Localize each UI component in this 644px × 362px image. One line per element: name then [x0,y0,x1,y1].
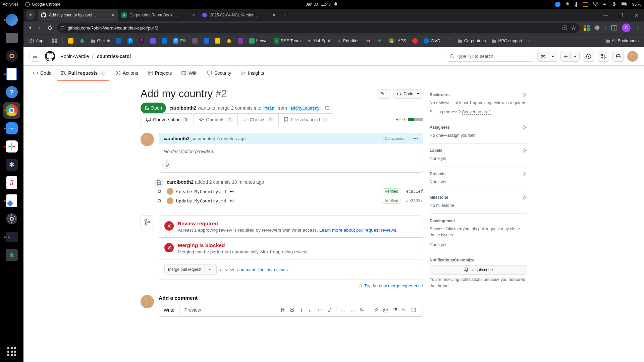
verified-badge[interactable]: Verified [382,198,401,204]
bm-apps[interactable]: Apps [27,37,48,45]
thermo-icon[interactable] [575,2,578,7]
assignees-gear-icon[interactable] [522,125,527,130]
tab-search-button[interactable] [25,10,36,20]
write-tab[interactable]: Write [159,304,179,316]
comment-author[interactable]: carolbooth2 [164,136,190,141]
dock-app1[interactable]: ✱ [3,156,20,173]
event-author[interactable]: carolbooth2 [167,179,194,185]
bm-slack[interactable]: * [137,37,146,45]
verified-badge[interactable]: Verified [382,188,401,194]
try-new-merge-link[interactable]: Try the new merge experience [364,283,423,288]
chrome-menu-icon[interactable] [635,25,641,31]
mic-icon[interactable] [612,2,616,7]
bm-flag[interactable]: 🇬🇧 [364,37,373,45]
edit-title-button[interactable]: Edit [377,89,391,99]
italic-tool[interactable]: I [297,306,306,314]
bm-laps[interactable]: LAPS [386,37,408,45]
bm-drive[interactable] [77,37,87,45]
bm-item20[interactable] [410,37,420,45]
bm-gear[interactable]: ⚙ [375,37,384,45]
volume-icon[interactable] [603,2,607,7]
bm-item14[interactable] [236,37,245,45]
dock-help[interactable]: ? [3,84,20,101]
tab-commits[interactable]: Commits2 [194,113,238,126]
tab-files[interactable]: Files changed1 [279,113,333,126]
window-maximize[interactable]: ❐ [613,9,629,21]
head-branch[interactable]: addMyCountry [288,106,322,111]
install-app-icon[interactable] [562,25,568,31]
projects-gear-icon[interactable] [522,172,527,176]
bm-rse[interactable]: SRSE Team [272,37,303,45]
attach-tool[interactable] [372,306,380,314]
labels-gear-icon[interactable] [522,148,527,153]
commit-sha[interactable]: eca31ef [406,189,423,194]
bm-hubspot[interactable]: ✱HubSpot [305,37,332,45]
bm-item12[interactable] [213,37,222,45]
commit-sha[interactable]: ae2435c [406,198,423,203]
tab-code[interactable]: Code [30,66,55,81]
forward-button[interactable] [37,25,43,31]
site-info-icon[interactable] [60,25,65,30]
tab-2[interactable]: X Carpentries Room Booki… ✕ [118,9,199,21]
sidepanel-icon[interactable] [611,25,617,31]
bm-item7[interactable] [148,37,158,45]
dock-chrome[interactable] [3,102,20,119]
dock-trash[interactable] [3,247,20,263]
commit-message[interactable]: Update MyCountry.md [176,198,226,203]
bm-wvd[interactable]: WVD [422,37,442,45]
dock-terminal[interactable]: >_ [3,229,20,245]
review-learn-more-link[interactable]: Learn more about pull request reviews. [319,228,397,233]
bm-github[interactable]: GitHub [89,37,112,45]
repo-name-link[interactable]: countries-carol [97,54,131,59]
pr-author[interactable]: carolbooth2 [169,105,196,111]
bm-overflow[interactable]: » [526,37,533,45]
gh-menu-button[interactable] [30,51,40,62]
window-close[interactable]: ✕ [629,9,644,21]
tab-conversation[interactable]: Conversation0 [141,113,194,126]
dock-files[interactable] [3,29,20,46]
bm-all[interactable]: All Bookmarks [603,37,641,45]
milestone-gear-icon[interactable] [522,195,527,200]
activities-button[interactable]: Activities [3,2,18,7]
quote-tool[interactable] [307,306,315,314]
base-branch[interactable]: main [263,106,276,111]
tray-icon[interactable] [565,2,570,7]
gh-search-input[interactable]: Type / to search [447,51,534,62]
cli-instructions-link[interactable]: command line instructions [237,267,288,272]
tab-projects[interactable]: Projects [144,66,175,81]
zoom-indicator-icon[interactable] [555,2,560,7]
bm-item11[interactable] [202,37,211,45]
github-logo-icon[interactable] [45,51,56,62]
code-dropdown-button[interactable]: Code [393,89,423,99]
bm-filr[interactable]: FFilr [171,37,188,45]
clock[interactable]: Jan 30 11:48 [306,2,338,7]
ol-tool[interactable]: 123 [339,306,348,314]
merge-pr-button[interactable]: Merge pull request [164,264,217,275]
address-bar[interactable]: github.com/Robin-Wardle/countries-carol/… [57,23,580,33]
commit-expand[interactable]: ••• [229,190,235,193]
tab-insights[interactable]: Insights [237,66,267,81]
inbox-button[interactable] [612,51,624,62]
task-tool[interactable] [358,306,367,314]
event-time[interactable]: 19 minutes ago [232,179,264,185]
current-app[interactable]: Google Chrome [25,2,60,7]
dock-settings[interactable] [3,210,20,227]
mention-tool[interactable]: @ [381,306,390,314]
add-button[interactable] [560,51,580,62]
convert-draft-link[interactable]: Convert to draft [462,110,491,115]
battery-icon[interactable] [621,2,628,6]
copilot-button[interactable] [537,51,557,62]
screenshot-icon[interactable] [583,2,588,7]
assign-yourself-link[interactable]: assign yourself [447,133,475,138]
commit-expand[interactable]: ••• [229,199,235,203]
dock-zoom[interactable]: zoom [3,120,20,137]
bm-leave[interactable]: Leave [247,37,270,45]
tab-pullrequests[interactable]: Pull requests1 [57,66,109,81]
tab-1[interactable]: Add my country by carol… ✕ [38,9,118,21]
extensions-icon[interactable] [594,25,600,31]
customize-link[interactable]: Customize [454,258,475,262]
copy-icon[interactable] [325,105,330,111]
bm-carp[interactable]: Carpentries [456,37,488,45]
commit-avatar[interactable] [167,197,173,204]
reviewers-gear-icon[interactable] [522,93,527,97]
